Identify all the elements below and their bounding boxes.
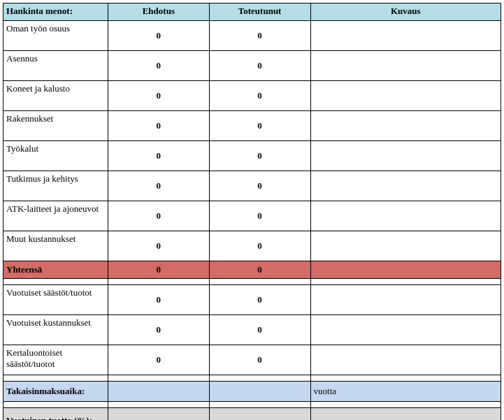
row-ehdotus: 0 [108,201,209,231]
row-label: Tutkimus ja kehitys [3,171,108,201]
row-label: Vuotuiset kustannukset [3,315,108,345]
table-row: Vuotuiset säästöt/tuotot00 [3,285,501,315]
table-row: ATK-laitteet ja ajoneuvot00 [3,201,501,231]
table-row: Rakennukset00 [3,111,501,141]
yield-toteutunut [209,408,310,421]
row-toteutunut: 0 [209,21,310,51]
total-label: Yhteensä [3,261,108,279]
row-label: Rakennukset [3,111,108,141]
row-label: Oman työn osuus [3,21,108,51]
yield-row: Vuotuinen tuotto (%): [3,408,501,421]
row-toteutunut: 0 [209,285,310,315]
row-label: Asennus [3,51,108,81]
total-kuvaus [310,261,501,279]
payback-row: Takaisinmaksuaika:vuotta [3,382,501,402]
total-ehdotus: 0 [108,261,209,279]
row-ehdotus: 0 [108,21,209,51]
row-kuvaus [310,171,501,201]
row-toteutunut: 0 [209,141,310,171]
row-ehdotus: 0 [108,51,209,81]
row-kuvaus [310,111,501,141]
table-row: Asennus00 [3,51,501,81]
payback-toteutunut [209,382,310,402]
row-label: Kertaluontoiset säästöt/tuotot [3,345,108,375]
table-row: Työkalut00 [3,141,501,171]
row-toteutunut: 0 [209,171,310,201]
table-row: Vuotuiset kustannukset00 [3,315,501,345]
row-toteutunut: 0 [209,231,310,261]
row-kuvaus [310,141,501,171]
row-toteutunut: 0 [209,81,310,111]
row-label: ATK-laitteet ja ajoneuvot [3,201,108,231]
row-ehdotus: 0 [108,285,209,315]
row-label: Muut kustannukset [3,231,108,261]
header-col3: Toteutunut [209,3,310,21]
row-toteutunut: 0 [209,111,310,141]
header-col1: Hankinta menot: [3,3,108,21]
row-kuvaus [310,285,501,315]
header-row: Hankinta menot: Ehdotus Toteutunut Kuvau… [3,3,501,21]
row-toteutunut: 0 [209,345,310,375]
table-row: Koneet ja kalusto00 [3,81,501,111]
row-label: Vuotuiset säästöt/tuotot [3,285,108,315]
row-ehdotus: 0 [108,111,209,141]
row-kuvaus [310,315,501,345]
total-toteutunut: 0 [209,261,310,279]
row-kuvaus [310,21,501,51]
row-ehdotus: 0 [108,231,209,261]
row-label: Työkalut [3,141,108,171]
row-ehdotus: 0 [108,315,209,345]
row-toteutunut: 0 [209,51,310,81]
total-row: Yhteensä00 [3,261,501,279]
cost-table: Hankinta menot: Ehdotus Toteutunut Kuvau… [3,3,501,420]
payback-label: Takaisinmaksuaika: [3,382,108,402]
spacer-row [3,375,501,382]
row-kuvaus [310,231,501,261]
row-toteutunut: 0 [209,315,310,345]
yield-kuvaus [310,408,501,421]
yield-label: Vuotuinen tuotto (%): [3,408,108,421]
table-row: Kertaluontoiset säästöt/tuotot00 [3,345,501,375]
row-label: Koneet ja kalusto [3,81,108,111]
row-kuvaus [310,51,501,81]
row-ehdotus: 0 [108,345,209,375]
row-toteutunut: 0 [209,201,310,231]
header-col2: Ehdotus [108,3,209,21]
yield-ehdotus [108,408,209,421]
row-kuvaus [310,345,501,375]
payback-kuvaus: vuotta [310,382,501,402]
table-row: Muut kustannukset00 [3,231,501,261]
row-ehdotus: 0 [108,141,209,171]
row-kuvaus [310,201,501,231]
spacer-row [3,402,501,408]
table-row: Oman työn osuus00 [3,21,501,51]
row-ehdotus: 0 [108,81,209,111]
spacer-row [3,279,501,285]
header-col4: Kuvaus [310,3,501,21]
table-row: Tutkimus ja kehitys00 [3,171,501,201]
row-kuvaus [310,81,501,111]
payback-ehdotus [108,382,209,402]
row-ehdotus: 0 [108,171,209,201]
